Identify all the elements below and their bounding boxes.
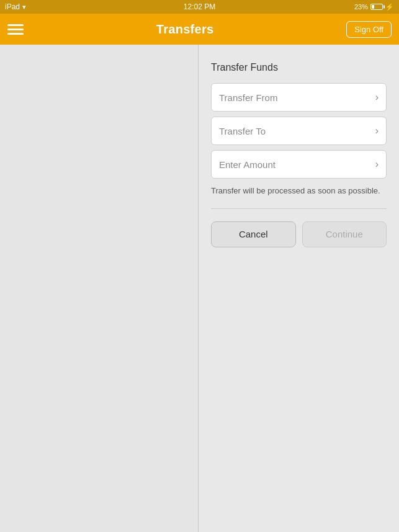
transfer-from-row[interactable]: Transfer From ›: [211, 83, 387, 112]
transfer-to-chevron-icon: ›: [375, 125, 379, 136]
buttons-row: Cancel Continue: [211, 221, 387, 247]
transfer-from-chevron-icon: ›: [375, 92, 379, 103]
right-panel: Transfer Funds Transfer From › Transfer …: [199, 45, 399, 532]
nav-bar: Transfers Sign Off: [0, 14, 399, 45]
menu-icon[interactable]: [7, 24, 24, 35]
battery-outer: [370, 4, 383, 10]
transfer-to-row[interactable]: Transfer To ›: [211, 117, 387, 145]
enter-amount-row[interactable]: Enter Amount ›: [211, 150, 387, 179]
transfer-to-label: Transfer To: [219, 126, 266, 136]
status-left: iPad ▾: [5, 2, 26, 11]
page-title: Transfers: [156, 22, 214, 37]
enter-amount-label: Enter Amount: [219, 159, 276, 170]
status-bar: iPad ▾ 12:02 PM 23% ⚡: [0, 0, 399, 14]
sign-off-button[interactable]: Sign Off: [346, 21, 392, 38]
cancel-button[interactable]: Cancel: [211, 221, 296, 247]
enter-amount-chevron-icon: ›: [375, 159, 379, 170]
battery-percent: 23%: [354, 3, 368, 11]
wifi-icon: ▾: [22, 3, 26, 11]
divider: [211, 208, 387, 209]
section-title: Transfer Funds: [211, 62, 387, 73]
info-text: Transfer will be processed as soon as po…: [211, 185, 387, 197]
continue-button: Continue: [302, 221, 387, 247]
main-layout: Transfer Funds Transfer From › Transfer …: [0, 45, 399, 532]
transfer-from-label: Transfer From: [219, 92, 277, 103]
left-panel: [0, 45, 199, 532]
device-label: iPad: [5, 2, 20, 11]
status-right: 23% ⚡: [354, 3, 394, 11]
battery-fill: [372, 5, 374, 9]
status-time: 12:02 PM: [184, 2, 215, 11]
charging-icon: ⚡: [385, 3, 394, 11]
battery-icon: [370, 4, 383, 10]
